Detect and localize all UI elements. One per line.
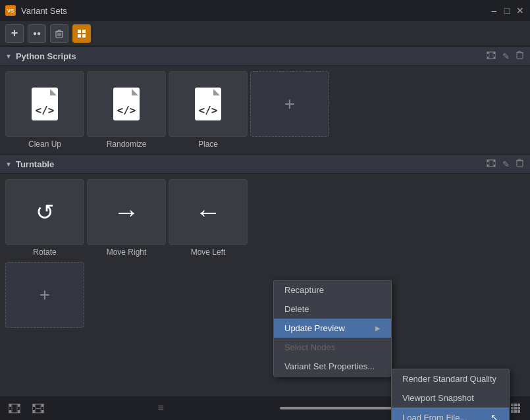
turntable-film-button[interactable] — [485, 158, 497, 171]
rotate-thumb[interactable]: ↺ — [5, 179, 84, 245]
move-left-label: Move Left — [191, 248, 226, 257]
svg-rect-27 — [494, 160, 495, 162]
turntable-delete-button[interactable] — [515, 157, 525, 171]
turntable-section-header: ▼ Turntable ✎ — [0, 154, 530, 174]
turntable-edit-button[interactable]: ✎ — [501, 158, 511, 171]
turntable-grid: ↺ Rotate → Move Right ← Move Left + — [0, 174, 530, 262]
svg-rect-25 — [487, 160, 489, 162]
place-label: Place — [198, 140, 218, 149]
cursor-icon: ↖ — [490, 412, 498, 420]
window-title: Variant Sets — [21, 6, 484, 16]
delete-button[interactable] — [50, 24, 68, 43]
separator-icon: ≡ — [158, 402, 164, 414]
svg-rect-14 — [487, 57, 489, 59]
select-nodes-label: Select Nodes — [284, 342, 335, 352]
main-toolbar: + ●● — [0, 21, 530, 46]
add-turntable2-thumb[interactable]: + — [5, 262, 84, 328]
update-preview-label: Update Preview — [284, 323, 345, 333]
place-doc-icon: </> — [194, 86, 223, 122]
add-button[interactable]: + — [5, 24, 24, 43]
python-scripts-section-header: ▼ Python Scripts ✎ — [0, 46, 530, 66]
cleanup-thumb[interactable]: </> — [5, 71, 84, 137]
randomize-doc-icon: </> — [112, 86, 141, 122]
list-item: ← Move Left — [169, 179, 248, 257]
svg-rect-44 — [33, 404, 35, 407]
close-button[interactable]: ✕ — [516, 6, 525, 15]
app-icon: VS — [5, 5, 16, 16]
list-item: </> Randomize — [87, 71, 166, 149]
svg-rect-15 — [494, 52, 495, 54]
slider-fill — [280, 407, 410, 409]
variant-set-props-label: Variant Set Properties... — [284, 361, 375, 371]
svg-rect-9 — [82, 30, 86, 33]
move-right-thumb[interactable]: → — [87, 179, 166, 245]
svg-rect-53 — [517, 404, 520, 406]
svg-rect-54 — [511, 407, 514, 409]
context-delete[interactable]: Delete — [274, 300, 391, 319]
svg-rect-31 — [517, 161, 523, 167]
context-update-preview[interactable]: Update Preview ▶ Render Standard Quality… — [274, 319, 391, 338]
svg-rect-26 — [487, 165, 489, 167]
load-from-file-label: Load From File... — [402, 413, 467, 421]
svg-rect-47 — [41, 410, 43, 413]
maximize-button[interactable]: □ — [502, 6, 512, 15]
submenu-load-from-file[interactable]: Load From File... ↖ — [392, 407, 509, 420]
python-scripts-title: Python Scripts — [16, 51, 481, 61]
svg-rect-55 — [514, 407, 517, 409]
rotate-label: Rotate — [33, 248, 56, 257]
viewport-snapshot-label: Viewport Snapshot — [402, 393, 474, 403]
title-bar: VS Variant Sets ‒ □ ✕ — [0, 0, 530, 21]
move-left-thumb[interactable]: ← — [169, 179, 248, 245]
svg-rect-57 — [511, 410, 514, 413]
svg-rect-51 — [511, 404, 514, 406]
python-scripts-collapse-arrow[interactable]: ▼ — [5, 53, 12, 60]
randomize-label: Randomize — [107, 140, 147, 149]
svg-rect-46 — [41, 404, 43, 407]
grid-view-button[interactable] — [72, 24, 91, 43]
list-item: </> Clean Up — [5, 71, 84, 149]
submenu-render-standard[interactable]: Render Standard Quality — [392, 369, 509, 388]
python-scripts-edit-button[interactable]: ✎ — [501, 50, 511, 63]
python-scripts-delete-button[interactable] — [515, 49, 525, 63]
submenu-viewport-snapshot[interactable]: Viewport Snapshot — [392, 388, 509, 407]
svg-rect-52 — [514, 404, 517, 406]
turntable-second-row: + — [0, 262, 530, 333]
svg-rect-16 — [494, 57, 495, 59]
python-scripts-grid: </> Clean Up </> Randomize </> — [0, 66, 530, 154]
context-variant-set-props[interactable]: Variant Set Properties... — [274, 357, 391, 376]
svg-rect-10 — [78, 34, 81, 38]
python-scripts-film-button[interactable] — [485, 50, 497, 63]
svg-rect-59 — [517, 410, 520, 413]
list-item: → Move Right — [87, 179, 166, 257]
svg-rect-8 — [78, 30, 81, 33]
randomize-thumb[interactable]: </> — [87, 71, 166, 137]
svg-rect-58 — [514, 410, 517, 413]
svg-rect-37 — [9, 404, 11, 407]
add-python-thumb[interactable]: + — [250, 71, 329, 137]
move-right-icon: → — [113, 197, 140, 227]
delete-label: Delete — [284, 304, 309, 314]
add-turntable2-icon: + — [40, 284, 50, 305]
render-standard-label: Render Standard Quality — [402, 374, 496, 384]
minimize-button[interactable]: ‒ — [489, 6, 498, 15]
turntable-collapse-arrow[interactable]: ▼ — [5, 161, 12, 168]
submenu: Render Standard Quality Viewport Snapsho… — [391, 369, 510, 420]
svg-rect-38 — [9, 410, 11, 413]
place-thumb[interactable]: </> — [169, 71, 248, 137]
context-recapture[interactable]: Recapture — [274, 280, 391, 300]
svg-rect-39 — [18, 404, 20, 407]
context-select-nodes: Select Nodes — [274, 338, 391, 357]
move-left-icon: ← — [195, 197, 221, 227]
bottom-film2-button[interactable] — [29, 399, 47, 417]
cleanup-label: Clean Up — [28, 140, 61, 149]
bottom-film1-button[interactable] — [5, 399, 24, 417]
list-item: ↺ Rotate — [5, 179, 84, 257]
svg-rect-13 — [487, 52, 489, 54]
turntable-title: Turntable — [16, 159, 481, 169]
list-item: + — [5, 262, 84, 328]
svg-rect-45 — [33, 410, 35, 413]
recapture-label: Recapture — [284, 285, 324, 295]
svg-rect-56 — [517, 407, 520, 409]
svg-rect-40 — [18, 410, 20, 413]
more-button[interactable]: ●● — [28, 24, 46, 43]
